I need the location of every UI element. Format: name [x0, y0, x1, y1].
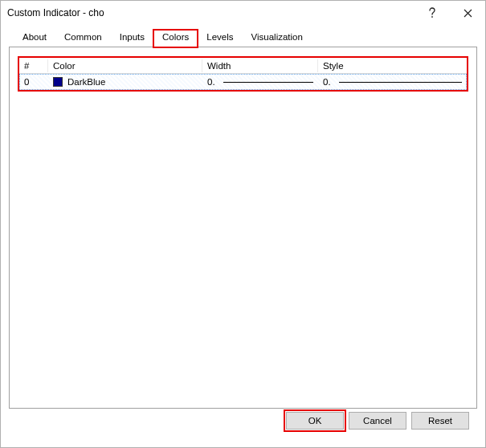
- help-icon: [428, 7, 436, 18]
- tab-about[interactable]: About: [14, 30, 55, 47]
- reset-button[interactable]: Reset: [411, 412, 469, 430]
- col-color[interactable]: Color: [48, 59, 202, 72]
- dialog-footer: OK Cancel Reset: [9, 409, 477, 439]
- help-button[interactable]: [415, 1, 450, 25]
- titlebar: Custom Indicator - cho: [1, 1, 485, 25]
- cell-style[interactable]: 0.: [318, 75, 467, 88]
- tab-visualization[interactable]: Visualization: [243, 30, 312, 47]
- style-preview-icon: [339, 82, 462, 83]
- col-style[interactable]: Style: [318, 59, 467, 72]
- colors-table-container: # Color Width Style 0 DarkBlue 0.: [18, 56, 468, 92]
- tab-levels[interactable]: Levels: [198, 30, 242, 47]
- col-index[interactable]: #: [19, 59, 48, 72]
- col-width[interactable]: Width: [202, 59, 318, 72]
- tab-strip: About Common Inputs Colors Levels Visual…: [9, 30, 477, 47]
- table-header: # Color Width Style: [19, 58, 467, 74]
- tab-colors[interactable]: Colors: [153, 30, 198, 47]
- color-swatch-icon: [53, 77, 63, 87]
- highlight-frame: # Color Width Style 0 DarkBlue 0.: [18, 56, 468, 92]
- tab-inputs[interactable]: Inputs: [111, 30, 153, 47]
- cell-width[interactable]: 0.: [202, 75, 318, 88]
- table-row[interactable]: 0 DarkBlue 0. 0.: [19, 74, 467, 90]
- dialog-window: Custom Indicator - cho About Common Inpu…: [0, 0, 486, 448]
- tab-common[interactable]: Common: [55, 30, 111, 47]
- close-icon: [464, 9, 472, 18]
- ok-button[interactable]: OK: [286, 412, 344, 430]
- window-title: Custom Indicator - cho: [7, 7, 415, 18]
- cell-index: 0: [19, 75, 48, 88]
- tab-panel: # Color Width Style 0 DarkBlue 0.: [9, 47, 477, 409]
- cancel-button[interactable]: Cancel: [349, 412, 406, 430]
- width-preview-icon: [223, 82, 313, 83]
- color-name: DarkBlue: [67, 77, 105, 87]
- dialog-body: About Common Inputs Colors Levels Visual…: [1, 25, 485, 447]
- cell-color[interactable]: DarkBlue: [48, 75, 202, 88]
- close-button[interactable]: [450, 1, 485, 25]
